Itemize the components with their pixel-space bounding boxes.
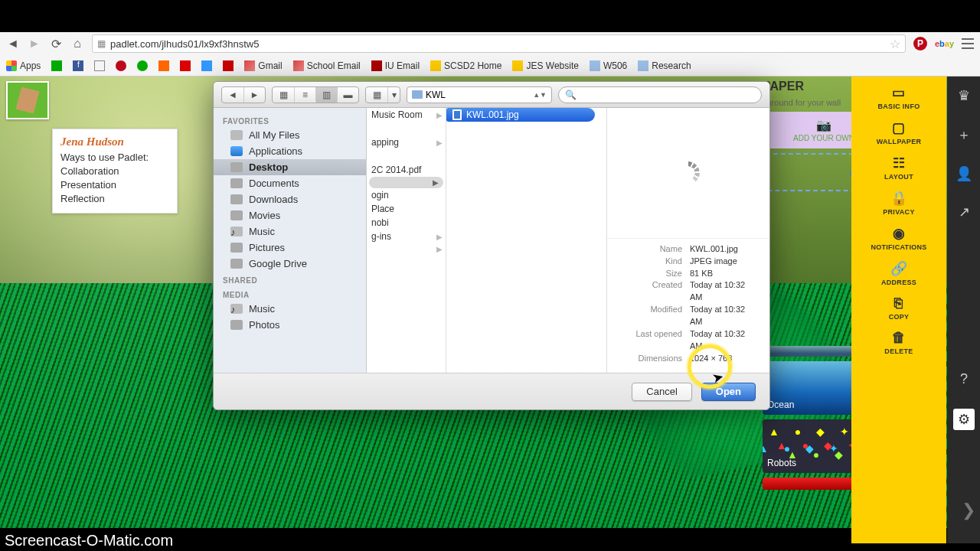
bm-item[interactable] — [94, 60, 105, 71]
tab-privacy[interactable]: 🔒PRIVACY — [883, 190, 914, 216]
user-icon[interactable]: 👤 — [956, 165, 972, 182]
file-selected[interactable]: KWL.001.jpg — [446, 108, 595, 122]
tab-layout[interactable]: ☷LAYOUT — [884, 155, 913, 181]
share-icon[interactable]: ↗ — [959, 204, 970, 220]
crown-icon[interactable]: ♛ — [958, 87, 970, 104]
bm-iu-email[interactable]: IU Email — [371, 60, 420, 71]
sidebar-item-pictures[interactable]: Pictures — [214, 240, 366, 256]
sidebar-item-documents[interactable]: Documents — [214, 175, 366, 191]
browser-chrome: ◄ ► ⟳ ⌂ ▦ padlet.com/jlhuds01/lx9xf3hnst… — [0, 32, 980, 77]
favorites-header: FAVORITES — [214, 112, 366, 127]
link-icon: 🔗 — [890, 260, 907, 277]
bm-item[interactable] — [201, 60, 212, 71]
copy-icon: ⎘ — [894, 295, 903, 311]
gear-icon[interactable]: ⚙ — [953, 409, 975, 430]
list-item[interactable]: nobi — [367, 216, 446, 230]
trash-icon: 🗑 — [892, 330, 906, 346]
tab-wallpaper[interactable]: ▢WALLPAPER — [877, 119, 922, 145]
sidebar-item-desktop[interactable]: Desktop — [214, 159, 366, 175]
bookmark-star-icon[interactable]: ☆ — [890, 37, 900, 51]
nav-forward[interactable]: ► — [243, 87, 265, 103]
view-columns[interactable]: ▥ — [315, 87, 337, 103]
sidebar-item-applications[interactable]: Applications — [214, 143, 366, 159]
author-avatar[interactable] — [6, 81, 49, 119]
view-switch[interactable]: ▦ ≡ ▥ ▬ — [272, 86, 359, 103]
page-icon: ▦ — [97, 38, 106, 49]
next-icon[interactable]: ❯ — [962, 500, 975, 520]
view-coverflow[interactable]: ▬ — [337, 87, 358, 103]
bm-item[interactable] — [51, 60, 62, 71]
sidebar-item-movies[interactable]: Movies — [214, 207, 366, 223]
bm-item[interactable] — [180, 60, 191, 71]
bm-school-email[interactable]: School Email — [293, 60, 361, 71]
author-name: Jena Hudson — [60, 135, 169, 148]
media-header: MEDIA — [214, 286, 366, 301]
back-button[interactable]: ◄ — [6, 37, 20, 51]
note-card[interactable]: Jena Hudson Ways to use Padlet: Collabor… — [52, 129, 178, 214]
search-input[interactable]: 🔍 — [558, 86, 762, 103]
radio-icon: ◉ — [893, 225, 905, 242]
tab-delete[interactable]: 🗑DELETE — [884, 330, 913, 355]
help-icon[interactable]: ? — [960, 371, 968, 387]
column-parent[interactable]: Music Room▶ apping▶ 2C 2014.pdf ▶ ogin P… — [367, 108, 446, 373]
bm-item[interactable] — [223, 60, 234, 71]
list-item-selected[interactable]: ▶ — [369, 177, 443, 188]
list-item[interactable]: apping▶ — [367, 135, 446, 149]
bm-item[interactable] — [116, 60, 126, 71]
arrange-menu[interactable]: ▦▾ — [365, 86, 400, 103]
app-actions-strip: ♛ ＋ 👤 ↗ ? ⚙ — [947, 77, 980, 543]
sidebar-item-all-my-files[interactable]: All My Files — [214, 127, 366, 143]
list-item[interactable]: g-ins▶ — [367, 230, 446, 243]
bm-scsd2[interactable]: SCSD2 Home — [430, 60, 501, 71]
url-bar[interactable]: ▦ padlet.com/jlhuds01/lx9xf3hnstw5 ☆ — [92, 34, 906, 53]
bm-research[interactable]: Research — [638, 60, 691, 71]
nav-back[interactable]: ◄ — [222, 87, 243, 103]
sidebar-item-music[interactable]: ♪Music — [214, 223, 366, 240]
ebay-icon[interactable]: ebay — [935, 39, 954, 48]
bm-w506[interactable]: W506 — [590, 60, 627, 71]
bm-item[interactable] — [158, 60, 169, 71]
bm-gmail[interactable]: Gmail — [244, 60, 282, 71]
shared-header: SHARED — [214, 272, 366, 286]
search-icon: 🔍 — [565, 90, 577, 100]
nav-back-forward[interactable]: ◄► — [221, 86, 266, 103]
dialog-footer: Cancel Open — [214, 373, 769, 409]
note-line: Collaboration — [60, 165, 169, 177]
bm-item[interactable]: f — [73, 60, 83, 71]
bm-jes[interactable]: JES Website — [512, 60, 578, 71]
column-files[interactable]: KWL.001.jpg — [446, 108, 607, 373]
bm-item[interactable] — [137, 60, 148, 71]
sidebar-item-media-photos[interactable]: Photos — [214, 317, 366, 333]
view-list[interactable]: ≡ — [294, 87, 315, 103]
tab-basic-info[interactable]: ▭BASIC INFO — [877, 84, 920, 110]
view-icons[interactable]: ▦ — [273, 87, 294, 103]
sidebar-item-downloads[interactable]: Downloads — [214, 191, 366, 207]
open-button[interactable]: Open — [701, 383, 756, 401]
list-item[interactable]: ▶ — [367, 243, 446, 255]
home-button[interactable]: ⌂ — [70, 37, 84, 51]
dialog-sidebar: FAVORITES All My Files Applications Desk… — [214, 108, 367, 373]
bm-apps[interactable]: Apps — [6, 60, 41, 71]
menu-button[interactable] — [962, 38, 974, 49]
chevron-down-icon: ▾ — [387, 87, 400, 103]
reload-button[interactable]: ⟳ — [49, 37, 63, 51]
arrange-icon: ▦ — [366, 87, 387, 103]
plus-icon[interactable]: ＋ — [957, 126, 971, 144]
tab-notifications[interactable]: ◉NOTIFICATIONS — [871, 225, 926, 251]
list-item[interactable]: ogin — [367, 188, 446, 202]
tab-copy[interactable]: ⎘COPY — [889, 295, 910, 321]
list-item[interactable]: Place — [367, 202, 446, 216]
forward-button[interactable]: ► — [28, 37, 41, 51]
list-item[interactable]: 2C 2014.pdf — [367, 163, 446, 177]
page-content: Jena Hudson Ways to use Padlet: Collabor… — [0, 77, 980, 528]
cancel-button[interactable]: Cancel — [632, 383, 691, 401]
path-dropdown[interactable]: KWL ▲▼ — [407, 86, 552, 103]
pinterest-icon[interactable]: P — [913, 37, 927, 51]
path-label: KWL — [426, 90, 446, 100]
list-item[interactable]: Music Room▶ — [367, 108, 446, 122]
sidebar-item-google-drive[interactable]: Google Drive — [214, 256, 366, 272]
tab-address[interactable]: 🔗ADDRESS — [881, 260, 916, 286]
sidebar-item-media-music[interactable]: ♪Music — [214, 301, 366, 317]
watermark: Screencast-O-Matic.com — [5, 532, 173, 549]
chevron-updown-icon: ▲▼ — [533, 91, 547, 99]
